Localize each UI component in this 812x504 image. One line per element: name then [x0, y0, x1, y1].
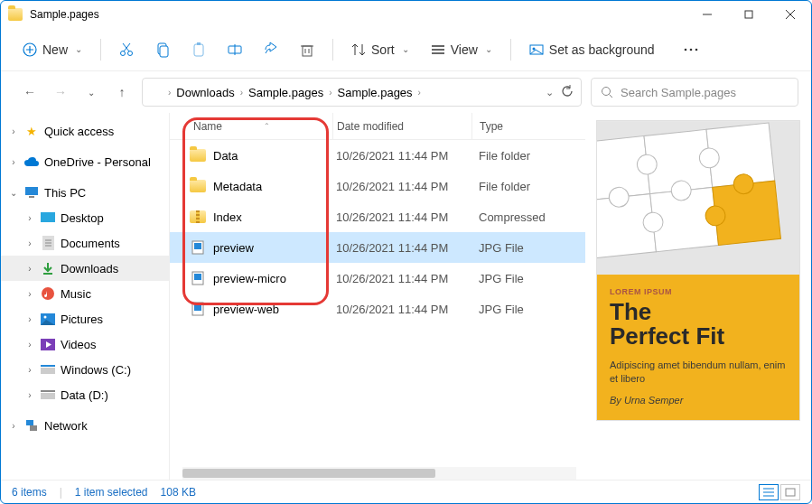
- background-label: Set as background: [549, 42, 655, 57]
- file-name: preview: [213, 241, 254, 255]
- recent-dropdown[interactable]: ⌄: [80, 81, 102, 103]
- cut-icon[interactable]: [110, 33, 143, 66]
- file-name: preview-web: [213, 303, 279, 316]
- svg-rect-54: [194, 274, 201, 280]
- file-date: 10/26/2021 11:44 PM: [332, 149, 471, 163]
- preview-author: By Urna Semper: [610, 395, 787, 406]
- svg-rect-52: [194, 243, 201, 249]
- download-icon: [41, 261, 55, 275]
- file-row[interactable]: Data10/26/2021 11:44 PMFile folder: [170, 140, 585, 171]
- svg-point-31: [602, 88, 611, 96]
- svg-point-28: [684, 48, 686, 51]
- svg-rect-1: [745, 11, 752, 18]
- sidebar-videos[interactable]: ›Videos: [1, 331, 169, 357]
- zip-icon: [190, 210, 206, 224]
- view-button[interactable]: View⌄: [422, 37, 501, 62]
- sort-label: Sort: [371, 42, 395, 57]
- sidebar-downloads[interactable]: ›Downloads: [1, 256, 169, 281]
- svg-point-7: [121, 51, 126, 55]
- search-input[interactable]: Search Sample.pages: [591, 78, 798, 107]
- thumbnails-view-button[interactable]: [780, 484, 800, 500]
- new-button[interactable]: New⌄: [14, 37, 91, 62]
- column-date[interactable]: Date modified: [332, 113, 471, 139]
- more-icon[interactable]: [675, 33, 707, 66]
- sidebar-drive-d[interactable]: ›Data (D:): [1, 382, 169, 407]
- copy-icon[interactable]: [146, 33, 179, 66]
- file-date: 10/26/2021 11:44 PM: [332, 272, 471, 285]
- file-row[interactable]: preview-web10/26/2021 11:44 PMJPG File: [170, 294, 585, 324]
- folder-icon: [8, 8, 23, 21]
- status-size: 108 KB: [161, 486, 196, 499]
- paste-icon[interactable]: [182, 33, 215, 66]
- preview-pane: LOREM IPSUM ThePerfect Fit Adipiscing am…: [585, 113, 811, 480]
- svg-point-8: [128, 51, 133, 55]
- forward-button[interactable]: →: [50, 81, 71, 103]
- svg-rect-48: [41, 390, 55, 392]
- img-icon: [190, 240, 206, 255]
- details-view-button[interactable]: [759, 484, 779, 500]
- breadcrumb-item[interactable]: Sample.pages: [247, 86, 325, 99]
- file-row[interactable]: preview10/26/2021 11:44 PMJPG File: [170, 232, 585, 263]
- file-date: 10/26/2021 11:44 PM: [332, 210, 471, 224]
- svg-line-9: [124, 43, 130, 51]
- svg-rect-49: [26, 420, 33, 425]
- file-row[interactable]: Index10/26/2021 11:44 PMCompressed: [170, 201, 585, 232]
- img-icon: [190, 302, 206, 316]
- sidebar-drive-c[interactable]: ›Windows (C:): [1, 357, 169, 382]
- sidebar-this-pc[interactable]: ⌄This PC: [1, 180, 169, 205]
- set-background-button[interactable]: Set as background: [520, 37, 664, 62]
- sidebar-quick-access[interactable]: ›★Quick access: [1, 118, 169, 144]
- svg-rect-17: [303, 46, 312, 56]
- sidebar-pictures[interactable]: ›Pictures: [1, 306, 169, 331]
- sidebar-onedrive[interactable]: ›OneDrive - Personal: [1, 149, 169, 174]
- up-button[interactable]: ↑: [111, 81, 133, 103]
- cloud-icon: [24, 154, 39, 169]
- file-row[interactable]: preview-micro10/26/2021 11:44 PMJPG File: [170, 263, 585, 294]
- sidebar-music[interactable]: ›Music: [1, 281, 169, 306]
- file-date: 10/26/2021 11:44 PM: [332, 241, 471, 255]
- file-name: Index: [213, 210, 242, 224]
- maximize-button[interactable]: [728, 1, 770, 28]
- back-button[interactable]: ←: [19, 81, 41, 103]
- minimize-button[interactable]: [686, 1, 728, 28]
- file-name: preview-micro: [213, 272, 286, 285]
- sort-button[interactable]: Sort⌄: [342, 37, 418, 62]
- file-type: Compressed: [471, 210, 585, 224]
- drive-icon: [41, 387, 55, 402]
- sidebar: ›★Quick access ›OneDrive - Personal ⌄Thi…: [1, 113, 169, 480]
- svg-rect-45: [41, 368, 55, 374]
- horizontal-scrollbar[interactable]: [182, 467, 576, 480]
- file-type: JPG File: [471, 303, 585, 316]
- svg-rect-46: [41, 365, 55, 367]
- share-icon[interactable]: [255, 33, 287, 66]
- column-type[interactable]: Type: [471, 113, 585, 139]
- file-pane: Name⌃ Date modified Type Data10/26/2021 …: [169, 113, 585, 480]
- breadcrumb[interactable]: › Downloads› Sample.pages› Sample.pages›…: [142, 78, 582, 107]
- close-button[interactable]: [770, 1, 811, 28]
- puzzle-illustration: [597, 121, 799, 275]
- svg-rect-35: [41, 212, 55, 222]
- chevron-down-icon[interactable]: ⌄: [546, 87, 554, 98]
- svg-point-43: [44, 315, 47, 318]
- folder-icon: [150, 87, 164, 98]
- svg-rect-34: [29, 196, 34, 198]
- file-row[interactable]: Metadata10/26/2021 11:44 PMFile folder: [170, 171, 585, 201]
- sidebar-network[interactable]: ›Network: [1, 413, 169, 438]
- column-name[interactable]: Name⌃: [170, 120, 332, 133]
- folder-icon: [190, 148, 206, 163]
- svg-rect-12: [160, 46, 168, 57]
- sidebar-desktop[interactable]: ›Desktop: [1, 205, 169, 230]
- drive-icon: [41, 362, 55, 377]
- img-icon: [190, 271, 206, 285]
- column-headers: Name⌃ Date modified Type: [170, 113, 585, 140]
- refresh-icon[interactable]: [561, 85, 574, 100]
- new-label: New: [42, 42, 68, 57]
- search-icon: [601, 86, 613, 98]
- sidebar-documents[interactable]: ›Documents: [1, 230, 169, 256]
- delete-icon[interactable]: [291, 33, 323, 66]
- breadcrumb-item[interactable]: Downloads: [174, 86, 236, 99]
- rename-icon[interactable]: [219, 33, 251, 66]
- svg-rect-56: [194, 304, 201, 311]
- breadcrumb-item[interactable]: Sample.pages: [335, 86, 414, 99]
- svg-point-30: [695, 48, 697, 51]
